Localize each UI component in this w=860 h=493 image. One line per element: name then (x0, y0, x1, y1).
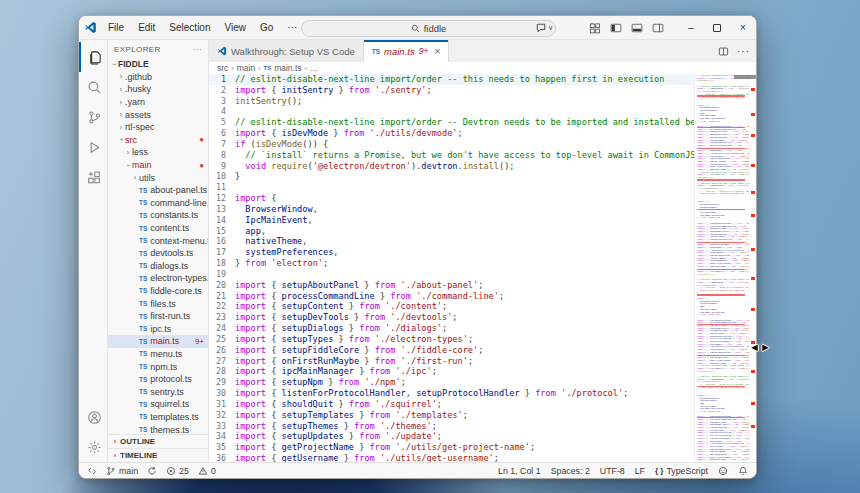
file-themes.ts[interactable]: TSthemes.ts (108, 423, 208, 434)
file-electron-types.ts[interactable]: TSelectron-types.ts (108, 272, 208, 285)
status-lf[interactable]: LF (635, 466, 645, 476)
status-utf-8[interactable]: UTF-8 (600, 466, 625, 476)
code-line-7[interactable]: 7if (isDevMode()) { (209, 139, 694, 150)
code-line-34[interactable]: 34import { setupUpdates } from './update… (209, 431, 694, 442)
close-tab-icon[interactable]: × (434, 46, 440, 57)
folder-src[interactable]: ›src● (108, 134, 208, 147)
file-squirrel.ts[interactable]: TSsquirrel.ts (108, 398, 208, 411)
status-spaces-2[interactable]: Spaces: 2 (551, 466, 590, 476)
minimap[interactable]: // eslint-disable-next-line import/order… (694, 74, 756, 462)
tab-walkthrough-setup-vs-code[interactable]: Walkthrough: Setup VS Code (209, 40, 364, 62)
chat-dropdown-button[interactable]: ∨ (535, 22, 553, 34)
file-fiddle-core.ts[interactable]: TSfiddle-core.ts (108, 285, 208, 298)
tab-main.ts[interactable]: TSmain.ts9+× (364, 40, 449, 62)
code-line-15[interactable]: 15 app, (209, 226, 694, 237)
code-line-33[interactable]: 33import { setupThemes } from './themes'… (209, 421, 694, 432)
breadcrumb-item-main[interactable]: main (237, 63, 255, 73)
file-protocol.ts[interactable]: TSprotocol.ts (108, 373, 208, 386)
status-bell[interactable] (738, 466, 748, 476)
folder-.github[interactable]: ›.github (108, 71, 208, 84)
file-dialogs.ts[interactable]: TSdialogs.ts (108, 260, 208, 273)
status-remote[interactable] (87, 466, 97, 476)
command-center-search[interactable]: fiddle (301, 20, 556, 37)
split-editor-icon[interactable] (718, 46, 729, 57)
file-context-menu.ts[interactable]: TScontext-menu.ts (108, 234, 208, 247)
breadcrumb-item-main.ts[interactable]: main.ts (274, 63, 301, 73)
file-content.ts[interactable]: TScontent.ts (108, 222, 208, 235)
minimap-slider[interactable] (734, 75, 756, 79)
breadcrumb-item-[interactable]: … (310, 63, 319, 73)
code-line-30[interactable]: 30import { listenForProtocolHandler, set… (209, 388, 694, 399)
maximize-button[interactable] (704, 16, 730, 39)
code-line-26[interactable]: 26import { setupFiddleCore } from './fid… (209, 345, 694, 356)
status-error[interactable]: 25 (166, 466, 189, 476)
activitybar-source-control[interactable] (79, 102, 108, 132)
code-line-6[interactable]: 6import { isDevMode } from './utils/devm… (209, 128, 694, 139)
file-first-run.ts[interactable]: TSfirst-run.ts (108, 310, 208, 323)
file-main.ts[interactable]: TSmain.ts9+ (108, 335, 208, 348)
code-line-16[interactable]: 16 nativeTheme, (209, 236, 694, 247)
close-button[interactable]: × (730, 16, 756, 39)
code-line-22[interactable]: 22import { setupContent } from './conten… (209, 301, 694, 312)
breadcrumb-item-src[interactable]: src (217, 63, 228, 73)
code-line-14[interactable]: 14 IpcMainEvent, (209, 215, 694, 226)
code-line-29[interactable]: 29import { setupNpm } from './npm'; (209, 377, 694, 388)
code-line-36[interactable]: 36import { getUsername } from './utils/g… (209, 453, 694, 462)
file-constants.ts[interactable]: TSconstants.ts (108, 209, 208, 222)
file-devtools.ts[interactable]: TSdevtools.ts (108, 247, 208, 260)
code-line-13[interactable]: 13 BrowserWindow, (209, 204, 694, 215)
menu-go[interactable]: Go (253, 16, 280, 39)
code-line-12[interactable]: 12import { (209, 193, 694, 204)
toggle-secondary-sidebar-icon[interactable] (652, 22, 664, 34)
section-timeline[interactable]: ›TIMELINE (108, 448, 208, 462)
menu-selection[interactable]: Selection (162, 16, 217, 39)
menu-edit[interactable]: Edit (131, 16, 162, 39)
folder-.yarn[interactable]: ›.yarn (108, 96, 208, 109)
folder-.husky[interactable]: ›.husky (108, 83, 208, 96)
status-warning[interactable]: 0 (198, 466, 216, 476)
code-line-35[interactable]: 35import { getProjectName } from './util… (209, 442, 694, 453)
code-line-1[interactable]: 1// eslint-disable-next-line import/orde… (209, 74, 694, 85)
customize-layout-icon[interactable] (589, 22, 601, 34)
code-line-32[interactable]: 32import { setupTemplates } from './temp… (209, 410, 694, 421)
status-sync[interactable] (147, 466, 157, 476)
folder-assets[interactable]: ›assets (108, 108, 208, 121)
activitybar-search[interactable] (79, 72, 108, 102)
activitybar-extensions[interactable] (79, 162, 108, 192)
code-line-25[interactable]: 25import { setupTypes } from './electron… (209, 334, 694, 345)
toggle-sidebar-icon[interactable] (610, 22, 622, 34)
file-menu.ts[interactable]: TSmenu.ts (108, 348, 208, 361)
toggle-panel-icon[interactable] (631, 22, 643, 34)
file-files.ts[interactable]: TSfiles.ts (108, 297, 208, 310)
code-line-24[interactable]: 24import { setupDialogs } from './dialog… (209, 323, 694, 334)
activitybar-explorer[interactable] (79, 42, 108, 72)
folder-rtl-spec[interactable]: ›rtl-spec (108, 121, 208, 134)
file-npm.ts[interactable]: TSnpm.ts (108, 360, 208, 373)
code-line-17[interactable]: 17 systemPreferences, (209, 247, 694, 258)
explorer-more-button[interactable]: ··· (193, 45, 202, 54)
code-line-10[interactable]: 10} (209, 171, 694, 182)
activitybar-run-debug[interactable] (79, 132, 108, 162)
folder-fiddle[interactable]: ›FIDDLE (108, 58, 208, 71)
code-line-9[interactable]: 9 void require('@electron/devtron').devt… (209, 161, 694, 172)
code-line-18[interactable]: 18} from 'electron'; (209, 258, 694, 269)
menu-view[interactable]: View (218, 16, 254, 39)
code-line-28[interactable]: 28import { ipcMainManager } from './ipc'… (209, 366, 694, 377)
file-command-line.ts[interactable]: TScommand-line.ts (108, 197, 208, 210)
more-actions-button[interactable]: ··· (737, 46, 750, 57)
code-line-19[interactable]: 19 (209, 269, 694, 280)
section-outline[interactable]: ›OUTLINE (108, 434, 208, 448)
code-line-11[interactable]: 11 (209, 182, 694, 193)
code-line-27[interactable]: 27import { onFirstRunMaybe } from './fir… (209, 356, 694, 367)
file-templates.ts[interactable]: TStemplates.ts (108, 411, 208, 424)
folder-less[interactable]: ›less (108, 146, 208, 159)
code-line-31[interactable]: 31import { shouldQuit } from './squirrel… (209, 399, 694, 410)
file-about-panel.ts[interactable]: TSabout-panel.ts (108, 184, 208, 197)
minimize-button[interactable]: – (678, 16, 704, 39)
code-line-23[interactable]: 23import { setupDevTools } from './devto… (209, 312, 694, 323)
file-sentry.ts[interactable]: TSsentry.ts (108, 385, 208, 398)
status-brackets[interactable]: { }TypeScript (655, 466, 708, 476)
folder-main[interactable]: ›main● (108, 159, 208, 172)
menu-file[interactable]: File (101, 16, 131, 39)
activitybar-accounts[interactable] (79, 402, 108, 432)
